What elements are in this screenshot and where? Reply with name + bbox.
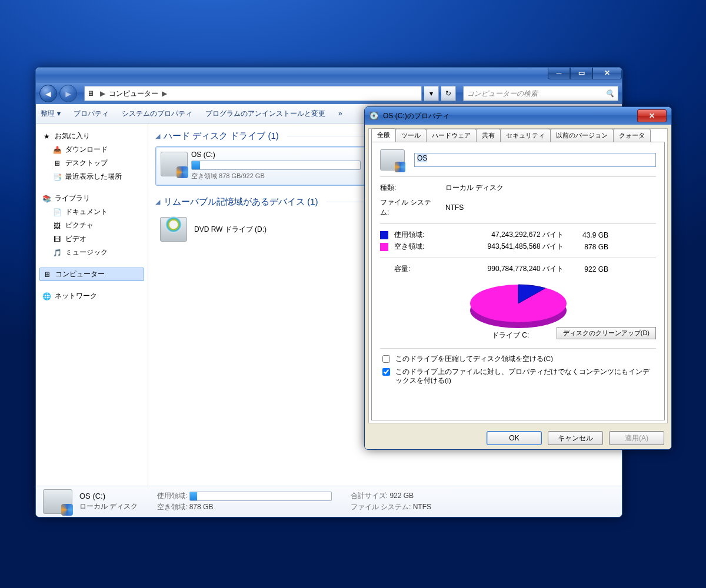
used-label: 使用領域:	[394, 230, 434, 240]
refresh-button[interactable]: ↻	[441, 86, 456, 101]
folder-icon: 📥	[52, 146, 62, 154]
free-bytes: 943,541,485,568 バイト	[440, 242, 564, 252]
free-swatch	[380, 243, 388, 251]
nav-row: ◄ ► ▶ コンピューター ▶ ▾ ↻ コンピューターの検索 🔍	[36, 83, 622, 104]
disk-cleanup-button[interactable]: ディスクのクリーンアップ(D)	[557, 327, 656, 339]
toolbar-properties[interactable]: プロパティ	[74, 109, 109, 119]
minimize-button[interactable]: ─	[548, 67, 570, 79]
nav-videos[interactable]: 🎞ビデオ	[39, 232, 144, 246]
ok-button[interactable]: OK	[487, 431, 542, 445]
dialog-titlebar[interactable]: 💽 OS (C:)のプロパティ ✕	[365, 107, 671, 125]
address-bar[interactable]: ▶ コンピューター ▶	[84, 86, 422, 101]
fs-label: ファイル システム:	[380, 198, 436, 218]
nav-computer[interactable]: 🖥コンピューター	[39, 268, 144, 281]
drive-icon: 💽	[369, 112, 378, 120]
details-total-label: 合計サイズ:	[351, 492, 388, 500]
tab-sharing[interactable]: 共有	[476, 129, 501, 142]
tab-quota[interactable]: クォータ	[613, 129, 651, 142]
details-usage-bar	[189, 492, 332, 501]
details-fs-label: ファイル システム:	[351, 503, 411, 511]
free-gb: 878 GB	[570, 243, 608, 251]
breadcrumb-computer[interactable]: コンピューター	[105, 89, 162, 99]
cancel-button[interactable]: キャンセル	[548, 431, 603, 445]
dialog-close-button[interactable]: ✕	[637, 109, 667, 122]
nav-favorites-header[interactable]: ★お気に入り	[39, 129, 144, 143]
index-label: このドライブ上のファイルに対し、プロパティだけでなくコンテンツにもインデックスを…	[395, 368, 656, 385]
search-input[interactable]: コンピューターの検索 🔍	[463, 86, 618, 101]
tab-hardware[interactable]: ハードウェア	[426, 129, 477, 142]
dialog-body: 全般 ツール ハードウェア 共有 セキュリティ 以前のバージョン クォータ OS…	[368, 128, 668, 423]
tab-security[interactable]: セキュリティ	[500, 129, 551, 142]
back-button[interactable]: ◄	[39, 85, 57, 102]
picture-icon: 🖼	[52, 222, 62, 230]
breadcrumb-chevron-icon[interactable]: ▶	[162, 89, 167, 98]
libraries-icon: 📚	[42, 195, 51, 203]
used-gb: 43.9 GB	[570, 231, 608, 239]
tab-previous-versions[interactable]: 以前のバージョン	[550, 129, 614, 142]
details-name: OS (C:)	[79, 492, 150, 500]
close-button[interactable]: ✕	[592, 67, 622, 79]
collapse-icon: ◢	[155, 198, 160, 206]
maximize-button[interactable]: ▭	[570, 67, 592, 79]
nav-network[interactable]: 🌐ネットワーク	[39, 289, 144, 303]
used-swatch	[380, 231, 388, 239]
index-checkbox[interactable]	[382, 368, 390, 376]
capacity-label: 容量:	[394, 264, 434, 274]
drive-icon	[380, 149, 405, 171]
disk-usage-pie-chart	[468, 281, 568, 330]
toolbar-uninstall[interactable]: プログラムのアンインストールと変更	[205, 109, 325, 119]
details-fs-value: NTFS	[413, 503, 431, 511]
nav-recent[interactable]: 📑最近表示した場所	[39, 170, 144, 183]
tab-panel-general: OS 種類:ローカル ディスク ファイル システム:NTFS 使用領域: 47,…	[371, 142, 665, 420]
dialog-button-row: OK キャンセル 適用(A)	[365, 427, 671, 449]
nav-libraries-header[interactable]: 📚ライブラリ	[39, 192, 144, 205]
tab-tools[interactable]: ツール	[395, 129, 427, 142]
nav-downloads[interactable]: 📥ダウンロード	[39, 143, 144, 156]
nav-music[interactable]: 🎵ミュージック	[39, 246, 144, 259]
hdd-icon	[161, 152, 188, 176]
drive-name: OS (C:)	[191, 151, 361, 159]
drive-free-text: 空き領域 878 GB/922 GB	[191, 172, 361, 181]
breadcrumb-chevron-icon[interactable]: ▶	[100, 89, 105, 98]
details-total-value: 922 GB	[389, 492, 414, 500]
nav-desktop[interactable]: 🖥デスクトップ	[39, 156, 144, 170]
drive-name-input[interactable]: OS	[414, 153, 656, 167]
address-dropdown[interactable]: ▾	[424, 86, 439, 101]
nav-documents[interactable]: 📄ドキュメント	[39, 205, 144, 219]
drive-usage-bar	[191, 161, 361, 170]
type-label: 種類:	[380, 183, 436, 193]
window-control-buttons: ─ ▭ ✕	[548, 67, 622, 79]
details-type: ローカル ディスク	[79, 502, 150, 512]
music-icon: 🎵	[52, 249, 62, 257]
compress-checkbox-row[interactable]: このドライブを圧縮してディスク領域を空ける(C)	[380, 355, 656, 365]
forward-button[interactable]: ►	[59, 85, 77, 102]
dvd-drive-icon	[160, 217, 187, 242]
chevron-down-icon: ▾	[57, 109, 61, 118]
drive-tile-c[interactable]: OS (C:) 空き領域 878 GB/922 GB	[155, 146, 366, 186]
drive-name: DVD RW ドライブ (D:)	[194, 225, 267, 235]
free-label: 空き領域:	[394, 242, 434, 252]
document-icon: 📄	[52, 208, 62, 216]
compress-checkbox[interactable]	[382, 355, 390, 363]
toolbar-organize[interactable]: 整理 ▾	[41, 109, 61, 119]
compress-label: このドライブを圧縮してディスク領域を空ける(C)	[395, 355, 553, 363]
details-pane: OS (C:) ローカル ディスク 使用領域: 空き領域: 878 GB 合計サ…	[36, 486, 622, 517]
apply-button[interactable]: 適用(A)	[609, 431, 664, 445]
dialog-tabs: 全般 ツール ハードウェア 共有 セキュリティ 以前のバージョン クォータ	[371, 128, 665, 142]
tab-general[interactable]: 全般	[371, 128, 396, 142]
star-icon: ★	[42, 132, 51, 141]
capacity-bytes: 990,784,778,240 バイト	[440, 264, 564, 274]
toolbar-system-properties[interactable]: システムのプロパティ	[122, 109, 192, 119]
nav-pictures[interactable]: 🖼ピクチャ	[39, 219, 144, 232]
toolbar-overflow[interactable]: »	[338, 109, 342, 118]
collapse-icon: ◢	[155, 132, 160, 140]
explorer-titlebar[interactable]: ─ ▭ ✕	[36, 68, 622, 83]
pie-drive-label: ドライブ C:	[492, 330, 529, 340]
properties-dialog: 💽 OS (C:)のプロパティ ✕ 全般 ツール ハードウェア 共有 セキュリテ…	[364, 106, 672, 450]
hdd-icon	[43, 489, 72, 514]
search-placeholder: コンピューターの検索	[467, 89, 538, 99]
index-checkbox-row[interactable]: このドライブ上のファイルに対し、プロパティだけでなくコンテンツにもインデックスを…	[380, 368, 656, 385]
type-value: ローカル ディスク	[445, 183, 504, 193]
nav-pane: ★お気に入り 📥ダウンロード 🖥デスクトップ 📑最近表示した場所 📚ライブラリ …	[36, 123, 148, 486]
network-icon: 🌐	[42, 292, 51, 300]
